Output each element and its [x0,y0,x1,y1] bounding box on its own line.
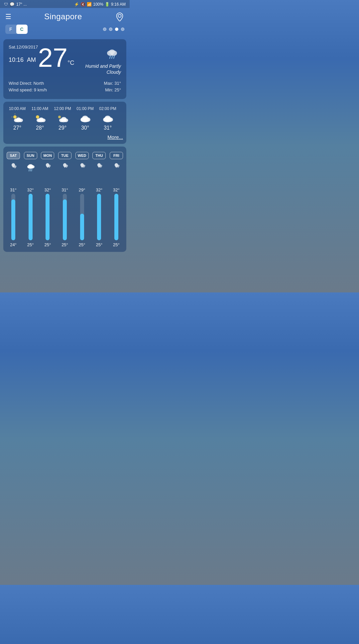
hour-item-3: 12:00 PM 29° [52,106,73,131]
svg-point-0 [118,14,121,17]
status-left: 🛡 💬 17° ... [4,2,27,7]
header: ☰ Singapore [0,8,130,25]
svg-point-3 [109,50,115,54]
weather-description: Humid and Partly Cloudy [74,63,121,75]
day-tue[interactable]: TUE [58,152,71,159]
hour-item-5: 02:00 PM 31° [97,106,118,131]
svg-line-38 [29,169,29,171]
min-label-thu: 25° [92,242,106,247]
more-link[interactable]: More... [7,134,123,140]
hour-temp-5: 31° [104,125,112,131]
bar-col-sun: 32° [24,174,37,240]
location-button[interactable] [115,12,124,21]
bar-fill-fri [114,194,118,240]
datetime-section: Sat.12/09/2017 10:16 AM [9,45,38,65]
days-row: SAT SUN MON TUE WED THU FRI [7,152,123,159]
day-sun[interactable]: SUN [24,152,37,159]
status-bar: 🛡 💬 17° ... ⚡ 🔇 📶 100% 🔋 9:16 AM [0,0,130,8]
day-wed[interactable]: WED [75,152,89,159]
fahrenheit-button[interactable]: F [5,25,16,34]
svg-point-20 [39,117,44,121]
bars-section: 31°32°32°31°29°32°32° [7,174,123,240]
shield-icon: 🛡 [4,2,8,7]
weekly-icon-thu [92,162,106,172]
weekly-icon-sat [7,162,20,172]
min-label-sat: 24° [7,242,20,247]
hourly-forecast-card: 10:00 AM 27° 11:00 AM 28° 12:00 PM 29° 0… [3,102,126,144]
weather-description-section: Humid and Partly Cloudy [74,45,121,75]
unit-row: F C [0,25,130,38]
weekly-icon-wed [75,162,89,172]
dot-2[interactable] [109,28,112,31]
max-label-sun: 32° [27,187,34,192]
day-thu[interactable]: THU [92,152,106,159]
hour-label-5: 02:00 PM [99,106,116,111]
page-dots [103,28,124,31]
bar-col-sat: 31° [7,174,20,240]
svg-point-29 [82,116,88,120]
wifi-icon: 📶 [87,2,92,7]
min-label-fri: 25° [110,242,123,247]
status-right: ⚡ 🔇 📶 100% 🔋 9:16 AM [74,2,126,7]
temperature: 27°C [38,45,74,71]
day-mon[interactable]: MON [41,152,54,159]
svg-point-7 [13,115,17,119]
max-temp: Max: 31° [104,80,121,87]
wind-speed: Wind speed: 9 km/h [9,87,47,94]
hour-label-4: 01:00 PM [76,106,93,111]
bar-col-tue: 31° [58,174,71,240]
hour-icon-5 [102,113,113,123]
svg-point-33 [105,116,111,120]
svg-line-40 [32,169,32,171]
battery-icon: 🔋 [105,2,110,7]
hour-item-1: 10:00 AM 27° [7,106,28,131]
max-label-tue: 31° [61,187,68,192]
svg-line-4 [110,56,110,58]
city-name: Singapore [44,12,82,21]
day-sat[interactable]: SAT [7,152,20,159]
min-labels-row: 24°25°25°25°25°25°25° [7,242,123,247]
temp-status: 17° ... [16,2,27,7]
bar-fill-thu [97,194,101,240]
min-label-wed: 25° [75,242,89,247]
max-label-mon: 32° [44,187,51,192]
weekly-icons-row [7,162,123,172]
date: Sat.12/09/2017 [9,45,38,50]
temp-range: Max: 31° Min: 25° [104,80,121,94]
celsius-button[interactable]: C [16,25,28,34]
weather-icon [74,45,121,61]
day-fri[interactable]: FRI [110,152,123,159]
min-label-sun: 25° [24,242,37,247]
min-label-tue: 25° [58,242,71,247]
dot-1[interactable] [103,28,106,31]
weekly-icon-fri [110,162,123,172]
bar-fill-sat [11,199,15,240]
dot-4[interactable] [121,28,124,31]
dot-3[interactable] [115,28,118,31]
svg-point-25 [61,117,66,121]
svg-line-5 [112,56,112,58]
max-label-wed: 29° [79,187,85,192]
bar-col-wed: 29° [75,174,89,240]
svg-line-39 [30,169,31,171]
hourly-scroll[interactable]: 10:00 AM 27° 11:00 AM 28° 12:00 PM 29° 0… [7,106,123,131]
mute-icon: 🔇 [80,2,85,7]
weather-bottom: Wind Direct: North Wind speed: 9 km/h Ma… [9,80,121,94]
max-label-thu: 32° [96,187,102,192]
hour-label-1: 10:00 AM [9,106,26,111]
hour-item-2: 11:00 AM 28° [29,106,51,131]
weather-top: Sat.12/09/2017 10:16 AM 27°C [9,45,121,75]
weekly-forecast-card: SAT SUN MON TUE WED THU FRI [3,147,126,252]
bar-col-thu: 32° [92,174,106,240]
bar-col-fri: 32° [110,174,123,240]
menu-button[interactable]: ☰ [5,13,11,21]
bar-fill-sun [29,194,33,240]
battery-status: 100% [93,2,103,7]
weekly-icon-mon [41,162,54,172]
svg-point-15 [16,117,21,121]
hour-temp-2: 28° [36,125,44,131]
unit-toggle[interactable]: F C [5,25,28,34]
max-label-sat: 31° [10,187,17,192]
hour-label-2: 11:00 AM [32,106,49,111]
time: 10:16 AM [9,51,38,65]
